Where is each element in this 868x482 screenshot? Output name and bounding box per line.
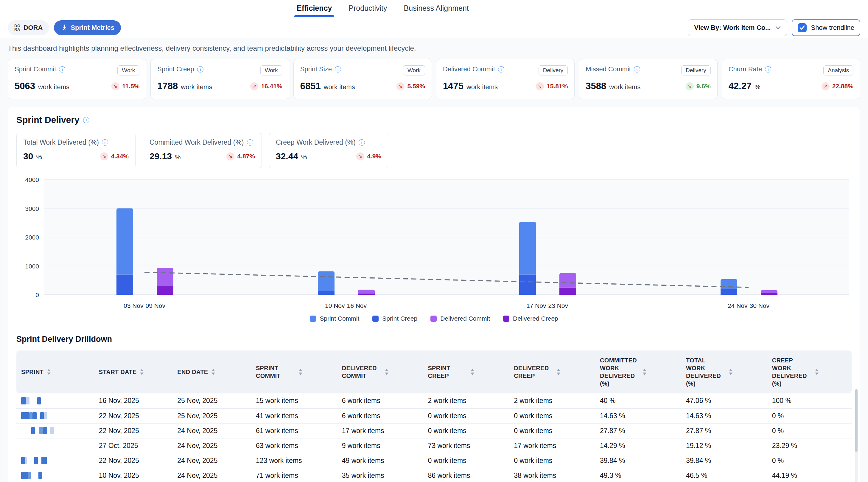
cell-total_work_delivered_pct: 47.06 % (681, 393, 767, 408)
bar-sprint-commit[interactable] (318, 272, 335, 291)
metric-card-header: Sprint CreepiWork (157, 65, 282, 76)
info-icon[interactable]: i (765, 66, 771, 73)
trendline-checkbox[interactable] (798, 23, 807, 32)
bar-sprint-creep[interactable] (720, 289, 737, 295)
tab-business-alignment[interactable]: Business Alignment (403, 0, 469, 17)
toolbar-right: View By: Work Item Co... Show trendline (688, 19, 860, 36)
table-row[interactable]: 27 Oct, 202524 Nov, 202563 work items9 w… (17, 438, 851, 453)
legend-item-delivered-commit[interactable]: Delivered Commit (430, 315, 490, 322)
info-icon[interactable]: i (335, 66, 341, 73)
cell-sprint (17, 393, 94, 408)
column-header-sort-button[interactable]: TOTAL WORK DELIVERED (%) (686, 357, 763, 388)
info-icon[interactable]: i (59, 66, 65, 73)
trend-value: 5.59% (407, 83, 425, 90)
info-icon[interactable]: i (102, 139, 108, 146)
metric-card-header: Churn RateiAnalysis (728, 65, 854, 76)
table-row[interactable]: 22 Nov, 202524 Nov, 2025123 work items49… (17, 453, 851, 468)
cell-sprint_commit: 123 work items (251, 453, 337, 468)
bar-delivered-creep[interactable] (761, 293, 777, 295)
tab-productivity[interactable]: Productivity (348, 0, 388, 17)
table-row[interactable]: 16 Nov, 202525 Nov, 202515 work items6 w… (17, 393, 851, 408)
metric-card-title-wrap: Sprint Commiti (14, 65, 65, 73)
bar-delivered-creep[interactable] (157, 286, 173, 295)
bar-delivered-commit[interactable] (157, 268, 173, 286)
column-header-sort-button[interactable]: CREEP WORK DELIVERED (%) (772, 357, 847, 388)
redaction-block (26, 397, 30, 404)
redaction-block (21, 397, 26, 404)
redaction-block (31, 472, 38, 479)
table-row[interactable]: 10 Nov, 202524 Nov, 202571 work items35 … (17, 468, 851, 482)
bar-delivered-commit[interactable] (559, 273, 576, 288)
cell-committed_work_delivered_pct: 40 % (595, 393, 681, 408)
trend-value: 4.87% (237, 153, 255, 160)
legend-item-delivered-creep[interactable]: Delivered Creep (503, 315, 558, 322)
subcard-value-wrap: 30% (23, 151, 42, 161)
sprint-metrics-button[interactable]: Sprint Metrics (54, 20, 121, 35)
sort-arrows-icon (729, 369, 733, 375)
cell-sprint_commit: 41 work items (251, 408, 337, 423)
table-scrollbar-thumb[interactable] (855, 389, 858, 452)
table-row[interactable]: 22 Nov, 202524 Nov, 202561 work items17 … (17, 423, 851, 438)
table-scrollbar[interactable] (855, 389, 858, 482)
column-header-sort-button[interactable]: DELIVERED COMMIT (342, 364, 418, 380)
cell-creep_work_delivered_pct: 0 % (767, 408, 851, 423)
column-header-sort-button[interactable]: COMMITTED WORK DELIVERED (%) (600, 357, 677, 388)
tab-label: Productivity (348, 4, 387, 12)
column-header-sort-button[interactable]: SPRINT CREEP (428, 364, 504, 380)
cell-sprint_creep: 0 work items (423, 423, 509, 438)
dora-button[interactable]: DORA DORA (8, 20, 49, 35)
column-header-sort-button[interactable]: SPRINT (21, 368, 89, 376)
bar-sprint-commit[interactable] (720, 279, 737, 289)
redaction-block (28, 472, 31, 479)
metric-value-wrap: 42.27% (728, 81, 761, 91)
metric-value: 3588 (586, 81, 606, 91)
column-header-sort-button[interactable]: END DATE (177, 368, 246, 376)
cell-committed_work_delivered_pct: 14.29 % (595, 438, 681, 453)
bar-delivered-creep[interactable] (559, 288, 576, 295)
sort-asc-icon (471, 369, 474, 371)
cell-sprint_commit: 71 work items (251, 468, 337, 482)
info-icon[interactable]: i (359, 139, 365, 146)
cell-sprint_creep: 86 work items (423, 468, 509, 482)
bar-delivered-commit[interactable] (358, 290, 375, 293)
metric-card-delivered-commit: Delivered CommitiDelivery1475work items↘… (436, 59, 575, 99)
category-badge: Work (403, 65, 425, 76)
bar-delivered-commit[interactable] (761, 290, 777, 293)
column-header-sort-button[interactable]: SPRINT COMMIT (256, 364, 333, 380)
info-icon[interactable]: i (498, 66, 504, 73)
y-axis-tick-label: 0 (35, 291, 39, 298)
redaction-block (44, 412, 48, 419)
show-trendline-label: Show trendline (811, 24, 854, 32)
info-icon[interactable]: i (83, 117, 89, 123)
info-icon[interactable]: i (634, 66, 640, 73)
info-icon[interactable]: i (247, 139, 253, 146)
subcard-title: Total Work Delivered (%) (23, 138, 99, 146)
bar-sprint-creep[interactable] (519, 275, 536, 295)
bar-sprint-commit[interactable] (117, 208, 133, 275)
column-header-sort-button[interactable]: START DATE (99, 368, 168, 376)
view-by-select[interactable]: View By: Work Item Co... (688, 19, 787, 36)
bar-sprint-creep[interactable] (117, 275, 133, 295)
bar-sprint-commit[interactable] (519, 222, 536, 275)
cell-delivered_commit: 17 work items (337, 423, 423, 438)
column-header-delivered_commit: DELIVERED COMMIT (337, 350, 423, 393)
metric-card-header: Sprint CommitiWork (14, 65, 140, 76)
chart-legend: Sprint CommitSprint CreepDelivered Commi… (17, 315, 851, 322)
table-header-row: SPRINTSTART DATEEND DATESPRINT COMMITDEL… (17, 350, 851, 393)
tab-efficiency[interactable]: Efficiency (296, 0, 333, 17)
legend-item-sprint-creep[interactable]: Sprint Creep (372, 315, 417, 322)
sort-asc-icon (557, 369, 560, 371)
trend-value: 15.81% (547, 83, 568, 90)
redaction-block (38, 457, 41, 464)
redaction-block (43, 427, 48, 434)
table-row[interactable]: 22 Nov, 202525 Nov, 202541 work items6 w… (17, 408, 851, 423)
column-header-sort-button[interactable]: DELIVERED CREEP (514, 364, 590, 380)
legend-item-sprint-commit[interactable]: Sprint Commit (310, 315, 359, 322)
column-header-label: START DATE (99, 368, 137, 376)
dora-logo-icon: DORA (14, 24, 21, 31)
show-trendline-toggle[interactable]: Show trendline (792, 19, 860, 36)
info-icon[interactable]: i (197, 66, 204, 73)
bar-sprint-creep[interactable] (318, 291, 335, 295)
bar-delivered-creep[interactable] (358, 293, 375, 295)
redaction-block (27, 457, 34, 464)
